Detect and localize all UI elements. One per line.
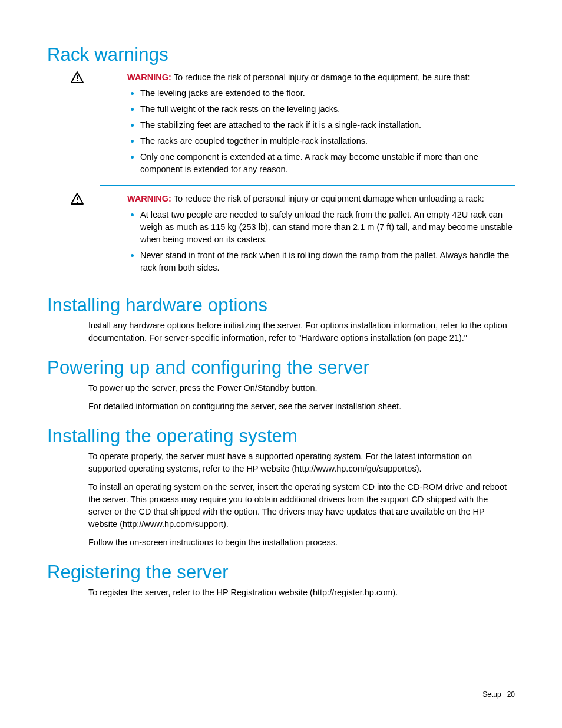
warning-block-1: WARNING: To reduce the risk of personal … [100,69,515,186]
paragraph: For detailed information on configuring … [88,400,509,413]
warning-triangle-icon [71,193,84,205]
footer-page-number: 20 [507,690,515,699]
heading-powering-up: Powering up and configuring the server [47,357,515,378]
heading-hardware-options: Installing hardware options [47,295,515,316]
list-item: The full weight of the rack rests on the… [127,103,515,116]
warning-2-intro: WARNING: To reduce the risk of personal … [127,193,515,205]
list-item: The leveling jacks are extended to the f… [127,87,515,100]
svg-rect-1 [77,80,78,81]
footer-section-label: Setup [482,690,501,699]
list-item: Only one component is extended at a time… [127,151,515,176]
warning-2-list: At least two people are needed to safely… [127,209,515,274]
heading-rack-warnings: Rack warnings [47,44,515,65]
body-install-os: To operate properly, the server must hav… [88,450,509,549]
body-registering: To register the server, refer to the HP … [88,587,509,599]
warning-lead: WARNING: [127,194,171,203]
section-registering: Registering the server To register the s… [47,562,515,599]
list-item: The stabilizing feet are attached to the… [127,119,515,131]
paragraph: To install an operating system on the se… [88,481,509,531]
svg-rect-0 [77,75,78,79]
section-install-os: Installing the operating system To opera… [47,426,515,549]
warning-1-intro: WARNING: To reduce the risk of personal … [127,71,515,84]
warning-lead: WARNING: [127,73,171,82]
body-hardware-options: Install any hardware options before init… [88,319,509,344]
list-item: At least two people are needed to safely… [127,209,515,246]
section-powering-up: Powering up and configuring the server T… [47,357,515,413]
paragraph: Install any hardware options before init… [88,319,509,344]
paragraph: Follow the on-screen instructions to beg… [88,536,509,549]
warning-triangle-icon [71,71,84,83]
svg-rect-3 [77,202,78,203]
list-item: The racks are coupled together in multip… [127,135,515,147]
warning-2-intro-text: To reduce the risk of personal injury or… [171,194,484,203]
svg-rect-2 [77,197,78,200]
heading-registering: Registering the server [47,562,515,583]
warning-1-intro-text: To reduce the risk of personal injury or… [171,73,470,82]
section-hardware-options: Installing hardware options Install any … [47,295,515,344]
warning-block-2: WARNING: To reduce the risk of personal … [100,190,515,284]
paragraph: To power up the server, press the Power … [88,382,509,394]
body-powering-up: To power up the server, press the Power … [88,382,509,413]
section-rack-warnings: Rack warnings WARNING: To reduce the ris… [47,44,515,284]
paragraph: To operate properly, the server must hav… [88,450,509,475]
paragraph: To register the server, refer to the HP … [88,587,509,599]
list-item: Never stand in front of the rack when it… [127,249,515,274]
heading-install-os: Installing the operating system [47,426,515,447]
page-footer: Setup20 [482,690,515,699]
warning-1-list: The leveling jacks are extended to the f… [127,87,515,176]
